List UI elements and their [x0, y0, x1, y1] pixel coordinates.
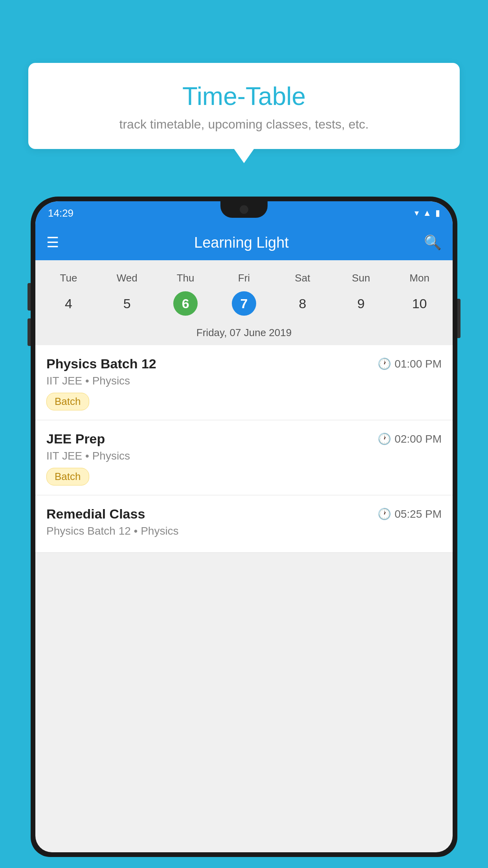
- schedule-item-2-sub: IIT JEE • Physics: [46, 450, 442, 462]
- batch-tag-1: Batch: [46, 393, 89, 410]
- front-camera: [240, 205, 248, 214]
- schedule-item-3-title: Remedial Class: [46, 506, 145, 522]
- date-selected-circle: 7: [232, 291, 256, 316]
- power-button: [457, 299, 460, 338]
- date-9[interactable]: 9: [332, 288, 390, 319]
- day-sun: Sun: [332, 268, 390, 288]
- day-sat: Sat: [273, 268, 332, 288]
- schedule-item-1-title: Physics Batch 12: [46, 356, 156, 371]
- status-icons: ▾ ▲ ▮: [415, 208, 440, 218]
- signal-icon: ▲: [423, 208, 431, 218]
- app-title: Learning Light: [68, 234, 415, 251]
- day-thu: Thu: [156, 268, 215, 288]
- phone-outer: 14:29 ▾ ▲ ▮ ☰ Learning Light 🔍 Tue Wed T…: [31, 197, 457, 857]
- date-4[interactable]: 4: [39, 288, 98, 319]
- date-6[interactable]: 6: [156, 288, 215, 319]
- clock-icon-1: 🕐: [378, 357, 391, 370]
- battery-icon: ▮: [435, 208, 440, 218]
- tooltip-container: Time-Table track timetable, upcoming cla…: [28, 63, 460, 149]
- search-icon[interactable]: 🔍: [424, 234, 442, 251]
- tooltip-subtitle: track timetable, upcoming classes, tests…: [44, 117, 444, 132]
- schedule-item-2-time: 🕐 02:00 PM: [378, 432, 442, 445]
- volume-up-button: [28, 283, 31, 311]
- schedule-item-1-header: Physics Batch 12 🕐 01:00 PM: [46, 356, 442, 371]
- schedule-list: Physics Batch 12 🕐 01:00 PM IIT JEE • Ph…: [35, 345, 453, 553]
- date-today-circle: 6: [173, 291, 198, 316]
- volume-down-button: [28, 318, 31, 346]
- date-5[interactable]: 5: [98, 288, 156, 319]
- clock-icon-2: 🕐: [378, 432, 391, 445]
- wifi-icon: ▾: [415, 208, 419, 218]
- schedule-item-jee-prep[interactable]: JEE Prep 🕐 02:00 PM IIT JEE • Physics Ba…: [35, 420, 453, 495]
- day-mon: Mon: [390, 268, 449, 288]
- schedule-item-1-sub: IIT JEE • Physics: [46, 375, 442, 387]
- selected-date-label: Friday, 07 June 2019: [35, 323, 453, 345]
- schedule-item-3-time: 🕐 05:25 PM: [378, 508, 442, 520]
- date-8[interactable]: 8: [273, 288, 332, 319]
- schedule-item-remedial[interactable]: Remedial Class 🕐 05:25 PM Physics Batch …: [35, 495, 453, 553]
- status-time: 14:29: [48, 207, 73, 219]
- date-10[interactable]: 10: [390, 288, 449, 319]
- day-tue: Tue: [39, 268, 98, 288]
- day-wed: Wed: [98, 268, 156, 288]
- phone-mockup: 14:29 ▾ ▲ ▮ ☰ Learning Light 🔍 Tue Wed T…: [31, 197, 457, 868]
- schedule-item-physics-batch[interactable]: Physics Batch 12 🕐 01:00 PM IIT JEE • Ph…: [35, 345, 453, 420]
- tooltip-bubble: Time-Table track timetable, upcoming cla…: [28, 63, 460, 149]
- batch-tag-2: Batch: [46, 468, 89, 485]
- app-bar: ☰ Learning Light 🔍: [35, 225, 453, 260]
- hamburger-menu-icon[interactable]: ☰: [46, 235, 59, 250]
- schedule-item-2-title: JEE Prep: [46, 431, 105, 447]
- tooltip-title: Time-Table: [44, 82, 444, 111]
- calendar-section: Tue Wed Thu Fri Sat Sun Mon 4 5 6 7: [35, 260, 453, 345]
- clock-icon-3: 🕐: [378, 508, 391, 520]
- day-fri: Fri: [215, 268, 273, 288]
- schedule-item-3-sub: Physics Batch 12 • Physics: [46, 525, 442, 537]
- schedule-item-1-time: 🕐 01:00 PM: [378, 357, 442, 370]
- date-7[interactable]: 7: [215, 288, 273, 319]
- schedule-item-2-header: JEE Prep 🕐 02:00 PM: [46, 431, 442, 447]
- phone-screen: 14:29 ▾ ▲ ▮ ☰ Learning Light 🔍 Tue Wed T…: [35, 201, 453, 852]
- days-header: Tue Wed Thu Fri Sat Sun Mon: [35, 264, 453, 288]
- dates-row: 4 5 6 7 8 9 10: [35, 288, 453, 323]
- schedule-item-3-header: Remedial Class 🕐 05:25 PM: [46, 506, 442, 522]
- phone-notch: [220, 201, 268, 218]
